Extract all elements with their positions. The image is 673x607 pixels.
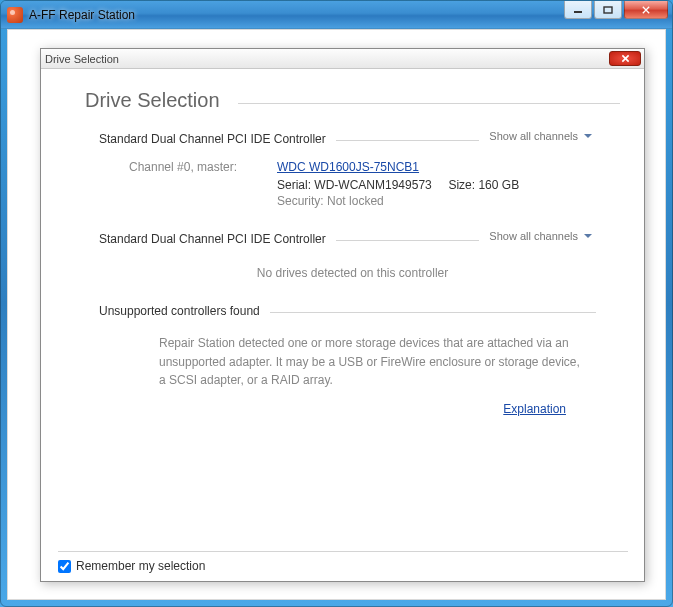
chevron-down-icon: [584, 134, 592, 138]
show-all-channels-link[interactable]: Show all channels: [479, 130, 596, 142]
dialog-titlebar: Drive Selection: [41, 49, 644, 69]
close-icon: [641, 6, 651, 14]
remember-checkbox[interactable]: [58, 560, 71, 573]
dialog-bottom: Remember my selection: [58, 551, 628, 573]
dialog-body: Drive Selection Standard Dual Channel PC…: [41, 69, 644, 581]
channel-label: Channel #0, master:: [129, 160, 277, 174]
controller-header: Standard Dual Channel PCI IDE Controller…: [99, 222, 606, 250]
unsupported-label: Unsupported controllers found: [99, 304, 270, 318]
unsupported-header: Unsupported controllers found: [99, 294, 606, 322]
security-value: Not locked: [327, 194, 384, 208]
maximize-icon: [603, 6, 613, 14]
show-all-channels-label: Show all channels: [489, 130, 578, 142]
app-body: Drive Selection Drive Selection Standard…: [7, 29, 666, 600]
chevron-down-icon: [584, 234, 592, 238]
app-icon: [7, 7, 23, 23]
unsupported-body: Repair Station detected one or more stor…: [99, 322, 606, 396]
size-label: Size:: [448, 178, 475, 192]
serial-label: Serial:: [277, 178, 311, 192]
controller-header: Standard Dual Channel PCI IDE Controller…: [99, 122, 606, 150]
remember-label: Remember my selection: [76, 559, 205, 573]
dialog-title: Drive Selection: [45, 53, 119, 65]
dialog-close-button[interactable]: [609, 51, 641, 66]
no-drives-message: No drives detected on this controller: [99, 250, 606, 290]
divider: [58, 551, 628, 553]
svg-rect-1: [604, 7, 612, 13]
controller-label: Standard Dual Channel PCI IDE Controller: [99, 232, 336, 246]
app-title: A-FF Repair Station: [29, 8, 135, 22]
minimize-button[interactable]: [564, 1, 592, 19]
window-controls: [564, 1, 668, 19]
section-heading: Drive Selection: [59, 77, 238, 116]
security-label: Security:: [277, 194, 324, 208]
remember-selection[interactable]: Remember my selection: [58, 559, 628, 573]
maximize-button[interactable]: [594, 1, 622, 19]
app-window: A-FF Repair Station Drive Selection: [0, 0, 673, 607]
size-value: 160 GB: [478, 178, 519, 192]
explanation-link[interactable]: Explanation: [503, 402, 566, 416]
app-titlebar: A-FF Repair Station: [1, 1, 672, 29]
close-icon: [621, 54, 630, 63]
explanation-wrap: Explanation: [99, 396, 606, 416]
channel-row: Channel #0, master: WDC WD1600JS-75NCB1: [99, 150, 606, 176]
drive-selection-dialog: Drive Selection Drive Selection Standard…: [40, 48, 645, 582]
controller-group: Standard Dual Channel PCI IDE Controller…: [59, 222, 626, 290]
show-all-channels-link[interactable]: Show all channels: [479, 230, 596, 242]
drive-security-row: Security: Not locked: [99, 194, 606, 208]
controller-group: Standard Dual Channel PCI IDE Controller…: [59, 122, 626, 208]
close-button[interactable]: [624, 1, 668, 19]
show-all-channels-label: Show all channels: [489, 230, 578, 242]
unsupported-group: Unsupported controllers found Repair Sta…: [59, 294, 626, 416]
drive-model-link[interactable]: WDC WD1600JS-75NCB1: [277, 160, 419, 174]
drive-serial-row: Serial: WD-WCANM1949573 Size: 160 GB: [99, 178, 606, 192]
section-heading-wrap: Drive Selection: [59, 77, 626, 116]
svg-rect-0: [574, 11, 582, 13]
minimize-icon: [573, 6, 583, 14]
serial-value: WD-WCANM1949573: [314, 178, 431, 192]
controller-label: Standard Dual Channel PCI IDE Controller: [99, 132, 336, 146]
